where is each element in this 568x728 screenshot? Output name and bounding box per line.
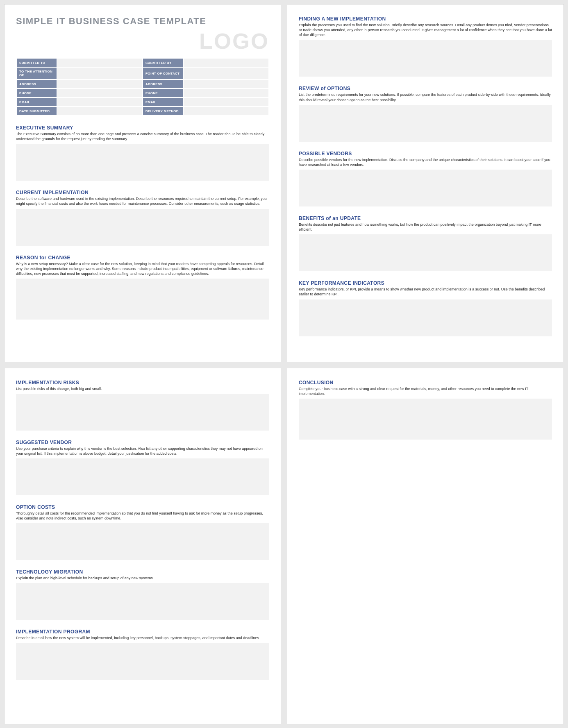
find-head: FINDING A NEW IMPLEMENTATION [299,16,552,22]
migration-head: TECHNOLOGY MIGRATION [16,569,269,575]
program-desc: Describe in detail how the new system wi… [16,635,269,640]
meta-k-phone-l: PHONE [16,88,57,98]
migration-input[interactable] [16,583,269,620]
section-vendors: POSSIBLE VENDORS Describe possible vendo… [299,151,552,206]
section-review: REVIEW of OPTIONS List the predetermined… [299,86,552,141]
risks-input[interactable] [16,394,269,431]
suggested-head: SUGGESTED VENDOR [16,440,269,445]
conclusion-head: CONCLUSION [299,380,552,386]
risks-desc: List possible risks of this change, both… [16,386,269,391]
costs-head: OPTION COSTS [16,504,269,510]
find-input[interactable] [299,40,552,77]
meta-v-attention[interactable] [57,67,143,79]
section-kpi: KEY PERFORMANCE INDICATORS Key performan… [299,280,552,336]
meta-v-submitted-to[interactable] [57,58,143,67]
meta-v-phone-l[interactable] [57,88,143,98]
page-2: FINDING A NEW IMPLEMENTATION Explain the… [287,4,564,362]
section-conclusion: CONCLUSION Complete your business case w… [299,380,552,440]
meta-k-email-r: EMAIL [143,98,183,107]
conclusion-desc: Complete your business case with a stron… [299,386,552,396]
meta-v-phone-r[interactable] [183,88,269,98]
meta-table: SUBMITTED TO SUBMITTED BY TO THE ATTENTI… [16,58,269,116]
vendors-desc: Describe possible vendors for the new im… [299,157,552,167]
page-1: SIMPLE IT BUSINESS CASE TEMPLATE LOGO SU… [4,4,281,362]
curr-head: CURRENT IMPLEMENTATION [16,190,269,195]
meta-k-address-l: ADDRESS [16,79,57,88]
doc-title: SIMPLE IT BUSINESS CASE TEMPLATE [16,16,269,27]
reason-input[interactable] [16,279,269,320]
meta-v-submitted-by[interactable] [183,58,269,67]
program-input[interactable] [16,643,269,680]
migration-desc: Explain the plan and high-level schedule… [16,576,269,581]
page-3: IMPLEMENTATION RISKS List possible risks… [4,368,281,724]
review-head: REVIEW of OPTIONS [299,86,552,91]
meta-v-delivery[interactable] [183,107,269,116]
risks-head: IMPLEMENTATION RISKS [16,380,269,386]
meta-k-delivery: DELIVERY METHOD [143,107,183,116]
curr-desc: Describe the software and hardware used … [16,196,269,206]
section-find: FINDING A NEW IMPLEMENTATION Explain the… [299,16,552,77]
curr-input[interactable] [16,209,269,246]
section-costs: OPTION COSTS Thoroughly detail all costs… [16,504,269,560]
section-curr: CURRENT IMPLEMENTATION Describe the soft… [16,190,269,245]
section-exec: EXECUTIVE SUMMARY The Executive Summary … [16,125,269,181]
meta-k-submitted-by: SUBMITTED BY [143,58,183,67]
reason-desc: Why is a new setup necessary? Make a cle… [16,261,269,276]
suggested-input[interactable] [16,458,269,495]
review-desc: List the predetermined requirements for … [299,92,552,102]
costs-input[interactable] [16,523,269,560]
meta-k-phone-r: PHONE [143,88,183,98]
exec-desc: The Executive Summary consists of no mor… [16,132,269,141]
program-head: IMPLEMENTATION PROGRAM [16,629,269,635]
section-benefits: BENEFITS of an UPDATE Benefits describe … [299,215,552,271]
meta-v-date[interactable] [57,107,143,116]
meta-v-email-r[interactable] [183,98,269,107]
vendors-head: POSSIBLE VENDORS [299,151,552,156]
meta-k-date: DATE SUBMITTED [16,107,57,116]
benefits-input[interactable] [299,234,552,271]
kpi-input[interactable] [299,299,552,336]
meta-v-address-l[interactable] [57,79,143,88]
page-grid: SIMPLE IT BUSINESS CASE TEMPLATE LOGO SU… [4,4,564,724]
meta-k-attention: TO THE ATTENTION OF [16,67,57,79]
benefits-head: BENEFITS of an UPDATE [299,215,552,221]
kpi-head: KEY PERFORMANCE INDICATORS [299,280,552,286]
conclusion-input[interactable] [299,399,552,440]
meta-k-poc: POINT OF CONTACT [143,67,183,79]
page-4: CONCLUSION Complete your business case w… [287,368,564,724]
review-input[interactable] [299,105,552,142]
exec-input[interactable] [16,144,269,181]
meta-v-email-l[interactable] [57,98,143,107]
meta-v-poc[interactable] [183,67,269,79]
section-risks: IMPLEMENTATION RISKS List possible risks… [16,380,269,431]
section-migration: TECHNOLOGY MIGRATION Explain the plan an… [16,569,269,620]
suggested-desc: Use your purchase criteria to explain wh… [16,446,269,456]
kpi-desc: Key performance indicators, or KPI, prov… [299,287,552,297]
benefits-desc: Benefits describe not just features and … [299,222,552,232]
logo-placeholder: LOGO [16,30,269,52]
costs-desc: Thoroughly detail all costs for the reco… [16,511,269,521]
meta-k-submitted-to: SUBMITTED TO [16,58,57,67]
section-program: IMPLEMENTATION PROGRAM Describe in detai… [16,629,269,680]
find-desc: Explain the processes you used to find t… [299,23,552,37]
meta-v-address-r[interactable] [183,79,269,88]
exec-head: EXECUTIVE SUMMARY [16,125,269,131]
reason-head: REASON for CHANGE [16,255,269,261]
vendors-input[interactable] [299,170,552,206]
meta-k-email-l: EMAIL [16,98,57,107]
section-reason: REASON for CHANGE Why is a new setup nec… [16,255,269,320]
section-suggested: SUGGESTED VENDOR Use your purchase crite… [16,440,269,495]
meta-k-address-r: ADDRESS [143,79,183,88]
